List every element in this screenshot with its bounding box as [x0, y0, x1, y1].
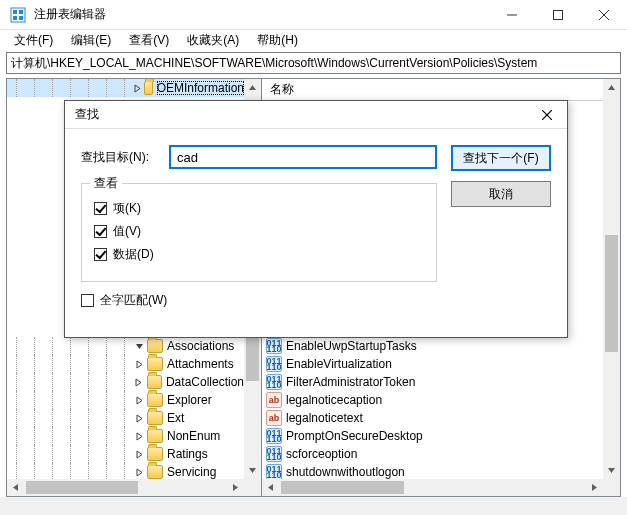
cancel-button[interactable]: 取消 — [451, 181, 551, 207]
svg-marker-16 — [137, 451, 142, 458]
chevron-right-icon[interactable] — [133, 376, 145, 388]
list-item[interactable]: 011 110scforceoption — [262, 445, 603, 463]
list-item[interactable]: 011 110shutdownwithoutlogon — [262, 463, 603, 479]
svg-marker-13 — [137, 397, 142, 404]
menubar: 文件(F) 编辑(E) 查看(V) 收藏夹(A) 帮助(H) — [0, 30, 627, 50]
chevron-right-icon[interactable] — [133, 412, 145, 424]
tree-item-label: Attachments — [167, 357, 234, 371]
svg-marker-24 — [268, 484, 273, 491]
menu-help[interactable]: 帮助(H) — [249, 30, 306, 51]
column-name[interactable]: 名称 — [270, 81, 294, 98]
svg-marker-22 — [608, 85, 615, 90]
folder-icon — [147, 339, 163, 353]
svg-rect-2 — [19, 10, 23, 14]
checkbox-keys-label: 项(K) — [113, 200, 141, 217]
reg-dword-icon: 011 110 — [266, 356, 282, 372]
scroll-corner — [603, 479, 620, 496]
scroll-down-icon[interactable] — [244, 462, 261, 479]
tree-item[interactable]: Attachments — [7, 355, 244, 373]
tree-item[interactable]: OEMInformation — [7, 79, 244, 97]
tree-item[interactable]: NonEnum — [7, 427, 244, 445]
tree-item[interactable]: Ext — [7, 409, 244, 427]
list-item[interactable]: ablegalnoticecaption — [262, 391, 603, 409]
svg-rect-3 — [13, 16, 17, 20]
svg-marker-15 — [137, 433, 142, 440]
checkbox-wholeword[interactable] — [81, 294, 94, 307]
svg-marker-20 — [13, 484, 18, 491]
menu-view[interactable]: 查看(V) — [121, 30, 177, 51]
list-item-name: PromptOnSecureDesktop — [286, 429, 423, 443]
checkbox-values[interactable] — [94, 225, 107, 238]
find-dialog: 查找 查找目标(N): 查看 项(K) 值(V) — [64, 100, 568, 338]
list-item[interactable]: 011 110PromptOnSecureDesktop — [262, 427, 603, 445]
menu-edit[interactable]: 编辑(E) — [63, 30, 119, 51]
close-button[interactable] — [581, 0, 627, 30]
maximize-button[interactable] — [535, 0, 581, 30]
menu-file[interactable]: 文件(F) — [6, 30, 61, 51]
chevron-right-icon[interactable] — [133, 394, 145, 406]
find-target-input[interactable] — [169, 145, 437, 169]
checkbox-data-label: 数据(D) — [113, 246, 154, 263]
checkbox-wholeword-label: 全字匹配(W) — [100, 292, 167, 309]
svg-marker-9 — [135, 85, 140, 92]
tree-item[interactable]: Associations — [7, 337, 244, 355]
tree-hscrollbar[interactable] — [7, 479, 244, 496]
folder-icon — [147, 393, 163, 407]
list-item[interactable]: 011 110FilterAdministratorToken — [262, 373, 603, 391]
svg-marker-19 — [249, 468, 256, 473]
dialog-titlebar[interactable]: 查找 — [65, 101, 567, 129]
reg-dword-icon: 011 110 — [266, 374, 282, 390]
reg-dword-icon: 011 110 — [266, 428, 282, 444]
find-next-button[interactable]: 查找下一个(F) — [451, 145, 551, 171]
tree-item[interactable]: Ratings — [7, 445, 244, 463]
address-bar[interactable]: 计算机\HKEY_LOCAL_MACHINE\SOFTWARE\Microsof… — [6, 52, 621, 74]
dialog-close-button[interactable] — [527, 101, 567, 129]
svg-marker-10 — [136, 344, 143, 349]
list-item-name: EnableVirtualization — [286, 357, 392, 371]
list-item[interactable]: 011 110EnableVirtualization — [262, 355, 603, 373]
reg-dword-icon: 011 110 — [266, 464, 282, 479]
status-bar — [0, 497, 627, 515]
tree-item[interactable]: Explorer — [7, 391, 244, 409]
list-vscrollbar[interactable] — [603, 79, 620, 479]
folder-icon — [147, 447, 163, 461]
scroll-up-icon[interactable] — [603, 79, 620, 96]
scroll-right-icon[interactable] — [227, 479, 244, 496]
chevron-down-icon[interactable] — [133, 340, 145, 352]
tree-item-label: Explorer — [167, 393, 212, 407]
list-item[interactable]: ablegalnoticetext — [262, 409, 603, 427]
folder-icon — [147, 429, 163, 443]
list-item-name: shutdownwithoutlogon — [286, 465, 405, 479]
list-item[interactable]: 011 110EnableUwpStartupTasks — [262, 337, 603, 355]
svg-rect-4 — [19, 16, 23, 20]
folder-icon — [144, 81, 153, 95]
tree-item-label: DataCollection — [166, 375, 244, 389]
chevron-right-icon[interactable] — [133, 358, 145, 370]
scroll-right-icon[interactable] — [586, 479, 603, 496]
scroll-down-icon[interactable] — [603, 462, 620, 479]
tree-item[interactable]: DataCollection — [7, 373, 244, 391]
chevron-right-icon[interactable] — [133, 448, 145, 460]
window-titlebar: 注册表编辑器 — [0, 0, 627, 30]
checkbox-keys[interactable] — [94, 202, 107, 215]
checkbox-data[interactable] — [94, 248, 107, 261]
list-item-name: scforceoption — [286, 447, 357, 461]
dialog-title: 查找 — [75, 106, 527, 123]
svg-marker-12 — [136, 379, 141, 386]
folder-icon — [147, 465, 163, 479]
chevron-right-icon[interactable] — [133, 430, 145, 442]
scroll-left-icon[interactable] — [262, 479, 279, 496]
tree-item[interactable]: Servicing — [7, 463, 244, 479]
folder-icon — [147, 375, 162, 389]
list-hscrollbar[interactable] — [262, 479, 603, 496]
chevron-right-icon[interactable] — [133, 466, 145, 478]
menu-favorites[interactable]: 收藏夹(A) — [179, 30, 247, 51]
tree-item-label: Ext — [167, 411, 184, 425]
minimize-button[interactable] — [489, 0, 535, 30]
tree-item-label: Associations — [167, 339, 234, 353]
scroll-up-icon[interactable] — [244, 79, 261, 96]
chevron-right-icon[interactable] — [133, 82, 142, 94]
scroll-left-icon[interactable] — [7, 479, 24, 496]
svg-marker-18 — [249, 85, 256, 90]
list-header[interactable]: 名称 — [262, 79, 620, 101]
